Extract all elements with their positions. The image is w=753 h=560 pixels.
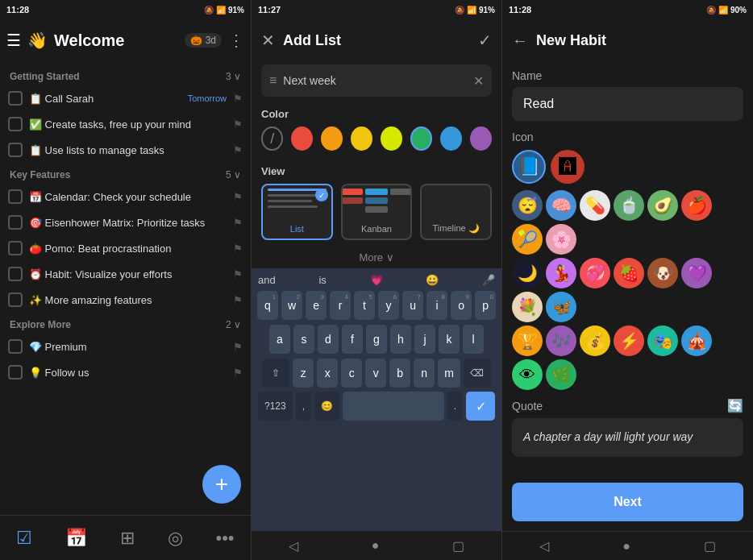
color-orange[interactable] <box>321 127 343 151</box>
icon-money[interactable]: 💰 <box>580 326 610 356</box>
key-shift[interactable]: ⇧ <box>262 359 289 388</box>
view-list[interactable]: ✓ List <box>261 184 333 240</box>
key-i[interactable]: i8 <box>426 291 447 320</box>
icon-hearts[interactable]: 💞 <box>580 258 610 288</box>
icon-apple[interactable]: 🍎 <box>681 190 712 221</box>
task-row[interactable]: ✨ More amazing features ⚑ <box>0 287 251 313</box>
key-h[interactable]: h <box>390 325 411 354</box>
mic-icon[interactable]: 🎤 <box>482 274 495 286</box>
icon-butterfly[interactable]: 🦋 <box>546 292 576 322</box>
icon-leaf[interactable]: 🌿 <box>546 359 576 390</box>
task-checkbox[interactable] <box>8 91 23 106</box>
nav-back-2[interactable]: ◁ <box>289 538 298 554</box>
key-t[interactable]: t5 <box>354 291 375 320</box>
task-checkbox[interactable] <box>8 215 23 230</box>
icon-masks[interactable]: 🎭 <box>647 326 678 356</box>
more-icon[interactable]: ⋮ <box>228 31 244 50</box>
task-checkbox[interactable] <box>8 143 23 157</box>
clear-icon[interactable]: ✕ <box>473 73 484 89</box>
icon-brain[interactable]: 🧠 <box>546 190 576 221</box>
suggest-heart[interactable]: 💗 <box>370 274 383 286</box>
view-timeline[interactable]: Timeline 🌙 <box>420 184 492 240</box>
key-a[interactable]: a <box>269 325 290 354</box>
task-row[interactable]: ✅ Create tasks, free up your mind ⚑ <box>0 111 251 137</box>
key-e[interactable]: e3 <box>306 291 327 320</box>
key-sym[interactable]: ?123 <box>258 392 293 421</box>
key-enter[interactable]: ✓ <box>466 392 495 421</box>
task-row[interactable]: 📅 Calendar: Check your schedule ⚑ <box>0 184 251 209</box>
task-row[interactable]: 💎 Premium ⚑ <box>0 334 251 359</box>
key-b[interactable]: b <box>389 359 410 388</box>
key-o[interactable]: o9 <box>451 291 472 320</box>
icon-dance[interactable]: 💃 <box>546 258 576 288</box>
icon-trophy[interactable]: 🏆 <box>512 326 543 356</box>
key-c[interactable]: c <box>341 359 362 388</box>
key-y[interactable]: y6 <box>378 291 399 320</box>
key-k[interactable]: k <box>439 325 460 354</box>
color-yellow[interactable] <box>351 127 372 151</box>
color-red[interactable] <box>291 127 313 151</box>
fab-button[interactable]: + <box>202 465 241 504</box>
key-space[interactable] <box>343 392 444 421</box>
icon-music[interactable]: 🎶 <box>546 326 576 356</box>
color-blue[interactable] <box>440 127 462 151</box>
task-checkbox[interactable] <box>8 339 23 354</box>
nav-square-2[interactable]: ▢ <box>452 538 464 554</box>
key-m[interactable]: m <box>438 359 460 388</box>
key-v[interactable]: v <box>365 359 386 388</box>
icon-eye[interactable]: 👁 <box>512 359 543 390</box>
refresh-quote-button[interactable]: 🔄 <box>727 398 743 413</box>
menu-icon[interactable]: ☰ <box>6 31 21 50</box>
key-comma[interactable]: , <box>296 392 311 421</box>
task-row[interactable]: ⏰ Habit: Visualize your efforts ⚑ <box>0 261 251 287</box>
key-z[interactable]: z <box>293 359 314 388</box>
icon-book[interactable]: 📘 <box>512 150 546 184</box>
key-x[interactable]: x <box>317 359 338 388</box>
name-input[interactable]: Read <box>512 87 743 121</box>
key-w[interactable]: w2 <box>281 291 302 320</box>
close-button[interactable]: ✕ <box>261 31 275 50</box>
back-button[interactable]: ← <box>512 31 528 50</box>
task-row[interactable]: 📋 Use lists to manage tasks ⚑ <box>0 137 251 163</box>
task-checkbox[interactable] <box>8 189 23 204</box>
list-name-input[interactable]: ≡ Next week ✕ <box>261 64 492 97</box>
task-checkbox[interactable] <box>8 241 23 255</box>
color-lime[interactable] <box>381 127 402 151</box>
nav-home-2[interactable]: ● <box>372 538 380 553</box>
key-g[interactable]: g <box>366 325 387 354</box>
suggest-and[interactable]: and <box>258 274 276 286</box>
key-l[interactable]: l <box>463 325 484 354</box>
key-period[interactable]: . <box>447 392 463 421</box>
nav-grid[interactable]: ⊞ <box>120 528 135 549</box>
icon-pill[interactable]: 💊 <box>580 190 610 221</box>
key-f[interactable]: f <box>342 325 363 354</box>
icon-dog[interactable]: 🐶 <box>647 258 678 288</box>
suggest-emoji[interactable]: 😀 <box>426 274 439 286</box>
confirm-button[interactable]: ✓ <box>478 31 492 50</box>
icon-flower[interactable]: 🌸 <box>546 224 576 255</box>
nav-home-3[interactable]: ● <box>622 539 630 554</box>
task-checkbox[interactable] <box>8 117 23 131</box>
view-kanban[interactable]: Kanban <box>341 184 413 240</box>
key-u[interactable]: u7 <box>402 291 423 320</box>
color-purple[interactable] <box>470 127 492 151</box>
key-j[interactable]: j <box>414 325 435 354</box>
task-row[interactable]: 📋 Call Sarah Tomorrow ⚑ <box>0 85 251 111</box>
task-checkbox[interactable] <box>8 292 23 307</box>
key-emoji-btn[interactable]: 😊 <box>314 392 339 421</box>
icon-avocado[interactable]: 🥑 <box>647 190 678 221</box>
icon-bouquet[interactable]: 💐 <box>512 292 543 322</box>
icon-strawberry[interactable]: 🍓 <box>614 258 644 288</box>
nav-calendar[interactable]: 📅 <box>65 528 87 549</box>
key-d[interactable]: d <box>318 325 339 354</box>
key-q[interactable]: q1 <box>257 291 278 320</box>
nav-tasks[interactable]: ☑ <box>16 528 32 549</box>
icon-purple-heart[interactable]: 💜 <box>681 258 712 288</box>
icon-sleep[interactable]: 😴 <box>512 190 543 221</box>
icon-tennis[interactable]: 🎾 <box>512 224 543 255</box>
key-p[interactable]: p0 <box>475 291 496 320</box>
nav-focus[interactable]: ◎ <box>168 528 183 549</box>
icon-moon[interactable]: 🌙 <box>512 258 543 288</box>
color-green[interactable] <box>410 127 432 151</box>
icon-lightning[interactable]: ⚡ <box>614 326 644 356</box>
